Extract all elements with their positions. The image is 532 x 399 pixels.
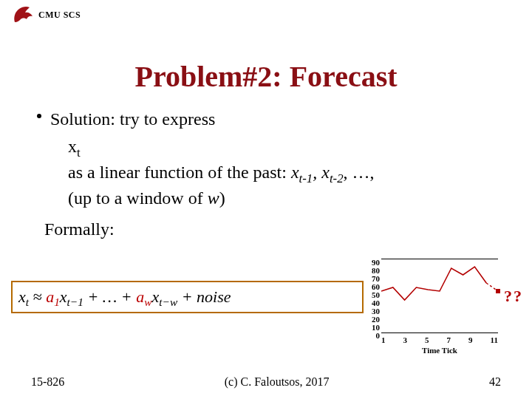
header-label: CMU SCS [38,10,81,21]
formally-label: Formally: [44,217,495,241]
chart-annotation: ?? [504,287,523,306]
slide-header: CMU SCS [12,4,81,25]
slide-body: Solution: try to express xt as a linear … [37,107,495,241]
bullet-text: Solution: try to express [50,107,215,131]
chart-yticks: 90 80 70 60 50 40 30 20 10 0 [362,259,380,332]
footer-center: (c) C. Faloutsos, 2017 [225,375,330,389]
bullet-item: Solution: try to express [37,107,495,131]
bullet-icon [37,114,41,118]
sub-line-3: (up to a window of w) [68,187,495,210]
formula-box: xt ≈ a1xt−1 + … + awxt−w + noise [11,281,364,313]
footer-right: 42 [489,375,501,389]
footer-left: 15-826 [31,375,64,389]
forecast-chart: 90 80 70 60 50 40 30 20 10 0 1 3 5 7 9 1… [362,259,525,355]
sub-line-1: xt [68,135,495,161]
slide-footer: 15-826 (c) C. Faloutsos, 2017 42 [0,375,532,389]
chart-x-axis [381,332,498,333]
griffin-icon [12,4,34,25]
chart-xlabel: Time Tick [381,346,498,355]
svg-rect-1 [496,289,500,293]
chart-xticks: 1 3 5 7 9 11 [381,335,498,344]
chart-plot [381,259,507,332]
sub-line-2: as a linear function of the past: xt-1, … [68,161,495,187]
slide-title: Problem#2: Forecast [0,59,532,94]
